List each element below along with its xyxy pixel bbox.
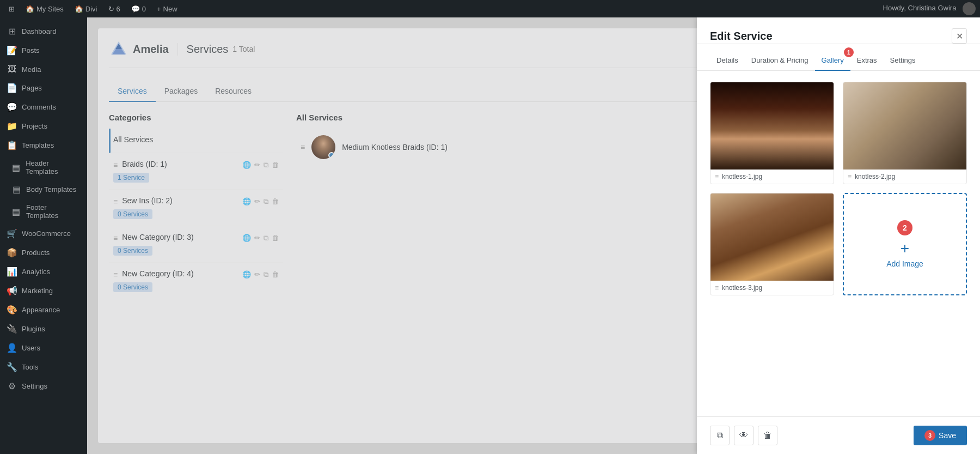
save-button[interactable]: 3 Save (914, 426, 967, 445)
sidebar: ⊞ Dashboard 📝 Posts 🖼 Media 📄 Pages 💬 Co… (0, 17, 87, 454)
gallery-item-3[interactable]: ≡ knotless-3.jpg (710, 193, 834, 295)
divi-label: Divi (85, 5, 97, 13)
save-label: Save (939, 431, 956, 440)
sidebar-item-appearance[interactable]: 🎨 Appearance (0, 300, 87, 319)
sidebar-label-marketing: Marketing (22, 287, 53, 295)
divi-item[interactable]: 🏠 Divi (70, 0, 102, 17)
sidebar-item-posts[interactable]: 📝 Posts (0, 41, 87, 60)
gallery-label-3: ≡ knotless-3.jpg (710, 281, 834, 295)
new-item[interactable]: + New (152, 0, 182, 17)
sidebar-label-plugins: Plugins (22, 325, 45, 333)
settings-icon: ⚙ (7, 381, 17, 391)
gallery-photo-3 (710, 193, 834, 281)
sidebar-label-body-templates: Body Templates (26, 185, 76, 193)
my-sites-item[interactable]: 🏠 My Sites (21, 0, 68, 17)
media-icon: 🖼 (7, 64, 17, 74)
gallery-drag-2[interactable]: ≡ (848, 173, 852, 180)
comments-count: 0 (142, 5, 146, 13)
header-templates-icon: ▤ (11, 162, 21, 173)
duplicate-icon: ⧉ (717, 431, 723, 440)
close-panel-button[interactable]: ✕ (952, 28, 967, 44)
sidebar-label-dashboard: Dashboard (22, 27, 57, 35)
sidebar-item-body-templates[interactable]: ▤ Body Templates (0, 180, 87, 199)
sidebar-label-analytics: Analytics (22, 268, 50, 276)
gallery-photo-1 (710, 82, 834, 170)
tools-icon: 🔧 (7, 362, 17, 372)
panel-tab-settings[interactable]: Settings (884, 51, 922, 71)
projects-icon: 📁 (7, 121, 17, 131)
users-icon: 👤 (7, 343, 17, 353)
sidebar-item-analytics[interactable]: 📊 Analytics (0, 262, 87, 281)
comments-icon: 💬 (131, 5, 140, 13)
add-image-button[interactable]: 2 + Add Image (843, 193, 967, 295)
sidebar-item-footer-templates[interactable]: ▤ Footer Templates (0, 199, 87, 224)
sidebar-item-comments[interactable]: 💬 Comments (0, 98, 87, 117)
sidebar-label-appearance: Appearance (22, 306, 60, 314)
sidebar-item-settings[interactable]: ⚙ Settings (0, 377, 87, 396)
footer-templates-icon: ▤ (11, 207, 22, 217)
sidebar-label-media: Media (22, 65, 41, 74)
posts-icon: 📝 (7, 45, 17, 56)
updates-icon: ↻ (108, 5, 114, 13)
sidebar-item-templates[interactable]: 📋 Templates (0, 136, 87, 155)
products-icon: 📦 (7, 247, 17, 258)
sidebar-label-users: Users (22, 344, 40, 352)
comments-item[interactable]: 💬 0 (127, 0, 150, 17)
updates-item[interactable]: ↻ 6 (104, 0, 125, 17)
woo-icon: 🛒 (7, 228, 17, 239)
visibility-button[interactable]: 👁 (734, 426, 754, 445)
sidebar-item-tools[interactable]: 🔧 Tools (0, 358, 87, 377)
add-step-badge: 2 (897, 220, 912, 235)
gallery-filename-3: knotless-3.jpg (722, 284, 762, 292)
dashboard-icon: ⊞ (7, 26, 17, 37)
sidebar-item-projects[interactable]: 📁 Projects (0, 117, 87, 136)
user-greeting: Howdy, Christina Gwira (883, 2, 976, 15)
sidebar-item-header-templates[interactable]: ▤ Header Templates (0, 155, 87, 180)
plus-add-icon: + (901, 240, 909, 257)
user-avatar (963, 2, 976, 15)
panel-tab-gallery[interactable]: Gallery 1 (815, 51, 850, 71)
gallery-filename-2: knotless-2.jpg (855, 173, 895, 180)
panel-footer: ⧉ 👁 🗑 3 Save (697, 416, 980, 454)
panel-header: Edit Service ✕ (697, 17, 980, 44)
wp-logo-item[interactable]: ⊞ (4, 0, 19, 17)
body-templates-icon: ▤ (11, 184, 22, 195)
pages-icon: 📄 (7, 83, 17, 93)
gallery-grid: ≡ knotless-1.jpg ≡ knotless-2.jpg (710, 82, 967, 295)
eye-icon: 👁 (739, 431, 748, 440)
gallery-drag-1[interactable]: ≡ (715, 173, 719, 180)
sidebar-label-footer-templates: Footer Templates (26, 203, 81, 220)
panel-tab-duration-pricing[interactable]: Duration & Pricing (745, 51, 815, 71)
sidebar-label-settings: Settings (22, 382, 47, 390)
marketing-icon: 📢 (7, 286, 17, 296)
sidebar-item-products[interactable]: 📦 Products (0, 243, 87, 262)
save-step-badge: 3 (924, 430, 935, 441)
sidebar-item-pages[interactable]: 📄 Pages (0, 78, 87, 98)
sidebar-label-tools: Tools (22, 363, 38, 371)
gallery-drag-3[interactable]: ≡ (715, 284, 719, 292)
sidebar-item-users[interactable]: 👤 Users (0, 338, 87, 358)
add-image-label: Add Image (886, 259, 923, 268)
panel-tabs: Details Duration & Pricing Gallery 1 Ext… (697, 51, 980, 71)
my-sites-label: My Sites (36, 5, 64, 13)
sidebar-item-marketing[interactable]: 📢 Marketing (0, 281, 87, 300)
delete-service-button[interactable]: 🗑 (758, 426, 777, 445)
sidebar-item-media[interactable]: 🖼 Media (0, 60, 87, 78)
gallery-filename-1: knotless-1.jpg (722, 173, 762, 180)
plus-icon: + (157, 5, 161, 13)
panel-tab-extras[interactable]: Extras (850, 51, 884, 71)
sidebar-item-woocommerce[interactable]: 🛒 WooCommerce (0, 224, 87, 243)
panel-tab-details[interactable]: Details (710, 51, 745, 71)
gallery-item-2[interactable]: ≡ knotless-2.jpg (843, 82, 967, 184)
duplicate-button[interactable]: ⧉ (710, 426, 730, 445)
templates-icon: 📋 (7, 140, 17, 150)
sidebar-item-plugins[interactable]: 🔌 Plugins (0, 319, 87, 338)
gallery-item-1[interactable]: ≡ knotless-1.jpg (710, 82, 834, 184)
appearance-icon: 🎨 (7, 305, 17, 315)
wp-icon: ⊞ (9, 5, 15, 13)
gallery-label-2: ≡ knotless-2.jpg (843, 170, 966, 184)
sidebar-item-dashboard[interactable]: ⊞ Dashboard (0, 22, 87, 41)
sidebar-label-products: Products (22, 249, 50, 257)
plugins-icon: 🔌 (7, 324, 17, 334)
panel-title: Edit Service (710, 30, 773, 43)
